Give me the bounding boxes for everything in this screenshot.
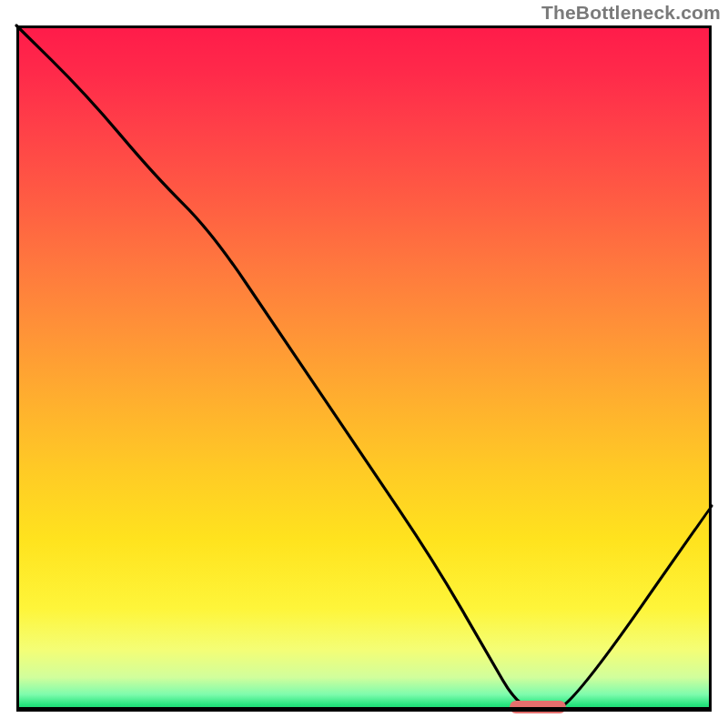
axis-bottom <box>16 707 712 712</box>
chart-container: TheBottleneck.com <box>0 0 728 728</box>
axis-left <box>16 25 19 712</box>
plot-area <box>16 25 712 712</box>
axis-top <box>16 25 712 28</box>
bottleneck-curve <box>16 25 712 712</box>
curve-path <box>16 25 712 710</box>
axis-right <box>709 25 712 712</box>
watermark-label: TheBottleneck.com <box>541 2 721 24</box>
